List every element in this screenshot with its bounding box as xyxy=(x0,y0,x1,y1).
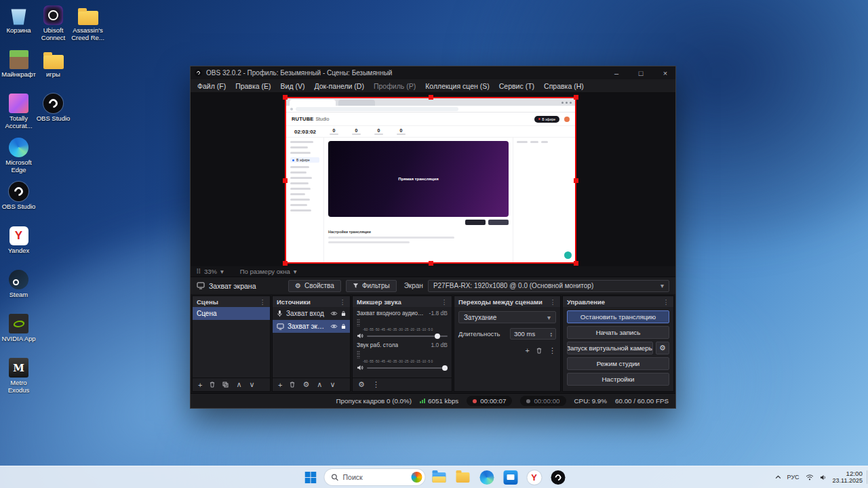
remove-scene-button[interactable] xyxy=(210,382,215,388)
desktop-icon-totally-accurate[interactable]: Totally Accurat... xyxy=(1,93,36,137)
speaker-icon[interactable] xyxy=(357,365,363,371)
source-item-audio[interactable]: Захват вход xyxy=(273,307,350,320)
visibility-icon[interactable] xyxy=(330,311,338,316)
taskbar-icon-obs[interactable] xyxy=(549,468,568,487)
screen-capture-region[interactable]: RUTUBE Studio В эфире 02:03:02 0 0 0 0 xyxy=(285,97,576,264)
zoom-level[interactable]: 33% xyxy=(204,268,217,275)
taskbar-clock[interactable]: 12:00 23.11.2025 xyxy=(833,470,863,485)
desktop-icon-microsoft-edge[interactable]: Microsoft Edge xyxy=(1,137,36,181)
remove-source-button[interactable] xyxy=(290,382,295,388)
scene-up-button[interactable]: ∧ xyxy=(236,380,241,389)
resize-handle[interactable] xyxy=(283,95,288,100)
desktop-icon-minecraft[interactable]: Майнкрафт xyxy=(1,49,36,93)
taskbar-icon-edge[interactable] xyxy=(477,468,496,487)
obs-menubar: Файл (F) Правка (E) Вид (V) Док-панели (… xyxy=(191,79,675,93)
lock-icon[interactable] xyxy=(341,310,346,317)
resize-handle[interactable] xyxy=(283,261,288,266)
resize-handle[interactable] xyxy=(574,95,578,100)
volume-slider[interactable] xyxy=(367,336,448,337)
desktop-icon-metro-exodus[interactable]: MMetro Exodus xyxy=(1,357,36,401)
resize-handle[interactable] xyxy=(283,178,288,183)
add-scene-button[interactable]: + xyxy=(198,381,202,389)
taskbar-icon-explorer[interactable] xyxy=(430,468,449,487)
filters-button[interactable]: Фильтры xyxy=(346,280,397,292)
scene-down-button[interactable]: ∨ xyxy=(250,380,255,389)
selected-source[interactable]: Захват экрана xyxy=(197,282,283,290)
desktop-icon-ubisoft-connect[interactable]: Ubisoft Connect xyxy=(36,5,71,49)
duration-spinner[interactable]: 300 ms ▴▾ xyxy=(510,328,556,340)
desktop-icon-yandex[interactable]: YYandex xyxy=(1,225,36,269)
menu-help[interactable]: Справка (H) xyxy=(539,82,589,90)
menu-profile[interactable]: Профиль (P) xyxy=(369,82,420,90)
volume-icon[interactable] xyxy=(820,474,827,481)
tray-chevron-up-icon[interactable] xyxy=(775,475,781,479)
desktop-icon-obs-studio-2[interactable]: OBS Studio xyxy=(1,181,36,225)
transition-menu-button[interactable]: ⋮ xyxy=(549,346,556,355)
desktop-icon-obs-studio[interactable]: OBS Studio xyxy=(36,93,71,137)
taskbar-icon-folder[interactable] xyxy=(454,468,473,487)
sources-dock-header[interactable]: Источники ⋮ xyxy=(273,296,350,307)
source-properties-button[interactable]: ⚙ xyxy=(302,380,309,389)
virtual-camera-button[interactable]: Запуск виртуальной камеры xyxy=(567,342,653,354)
source-down-button[interactable]: ∨ xyxy=(330,380,335,389)
start-recording-button[interactable]: Начать запись xyxy=(567,326,669,339)
preview-canvas[interactable]: RUTUBE Studio В эфире 02:03:02 0 0 0 0 xyxy=(191,93,675,277)
duplicate-scene-button[interactable] xyxy=(222,382,229,388)
remove-transition-button[interactable] xyxy=(536,346,542,355)
menu-file[interactable]: Файл (F) xyxy=(193,82,231,90)
add-source-button[interactable]: + xyxy=(278,381,282,389)
taskbar-icon-store[interactable] xyxy=(501,468,520,487)
start-button[interactable] xyxy=(301,468,320,487)
resize-handle[interactable] xyxy=(429,261,433,266)
controls-dock-header[interactable]: Управление ⋮ xyxy=(563,296,673,307)
language-indicator[interactable]: РУС xyxy=(787,474,800,481)
minimize-button[interactable]: – xyxy=(606,66,627,79)
mixer-dock-header[interactable]: Микшер звука ⋮ xyxy=(353,296,452,307)
desktop-icon-assassins-creed[interactable]: Assassin's Creed Re... xyxy=(71,5,105,49)
transition-select[interactable]: Затухание ▾ xyxy=(458,311,556,323)
desktop-icon-steam[interactable]: Steam xyxy=(1,269,36,313)
obs-titlebar[interactable]: OBS 32.0.2 - Профиль: Безымянный - Сцены… xyxy=(191,66,675,79)
studio-mode-button[interactable]: Режим студии xyxy=(567,357,669,370)
dock-menu-icon[interactable]: ⋮ xyxy=(340,298,347,306)
virtual-camera-settings-button[interactable]: ⚙ xyxy=(656,342,669,354)
visibility-icon[interactable] xyxy=(330,324,338,329)
source-item-display[interactable]: Захват экран xyxy=(273,320,350,333)
menu-view[interactable]: Вид (V) xyxy=(276,82,310,90)
dock-menu-icon[interactable]: ⋮ xyxy=(550,298,557,306)
menu-tools[interactable]: Сервис (T) xyxy=(494,82,539,90)
dock-menu-icon[interactable]: ⋮ xyxy=(663,298,670,306)
desktop-icon-nvidia-app[interactable]: NVIDIA App xyxy=(1,313,36,357)
speaker-icon[interactable] xyxy=(357,333,363,339)
desktop-icon-recycle-bin[interactable]: Корзина xyxy=(1,5,36,49)
properties-button[interactable]: ⚙ Свойства xyxy=(288,280,341,292)
resize-handle[interactable] xyxy=(429,95,433,100)
mixer-menu-button[interactable]: ⋮ xyxy=(372,380,380,389)
menu-docks[interactable]: Док-панели (D) xyxy=(309,82,368,90)
close-button[interactable]: × xyxy=(655,66,675,79)
maximize-button[interactable]: □ xyxy=(631,66,651,79)
settings-button[interactable]: Настройки xyxy=(567,373,669,386)
volume-knob[interactable] xyxy=(442,365,448,371)
scenes-dock-header[interactable]: Сцены ⋮ xyxy=(193,296,270,307)
menu-scene-collection[interactable]: Коллекция сцен (S) xyxy=(420,82,494,90)
source-up-button[interactable]: ∧ xyxy=(317,380,322,389)
taskbar-icon-yandex[interactable]: Y xyxy=(525,468,544,487)
dock-menu-icon[interactable]: ⋮ xyxy=(260,298,267,306)
add-transition-button[interactable]: + xyxy=(526,346,530,355)
taskbar-search[interactable]: Поиск xyxy=(325,469,425,485)
scene-item[interactable]: Сцена xyxy=(193,307,270,320)
spin-down-icon[interactable]: ▾ xyxy=(550,334,552,337)
lock-icon[interactable] xyxy=(341,323,346,329)
wifi-icon[interactable] xyxy=(806,474,814,481)
transitions-dock-header[interactable]: Переходы между сценами ⋮ xyxy=(454,296,560,307)
volume-slider[interactable] xyxy=(367,367,448,369)
stop-streaming-button[interactable]: Остановить трансляцию xyxy=(567,310,669,323)
dock-menu-icon[interactable]: ⋮ xyxy=(441,298,448,306)
menu-edit[interactable]: Правка (E) xyxy=(231,82,275,90)
screen-select[interactable]: P27FBA-RX: 1920x1080 @ 0.0 (Основной мон… xyxy=(428,280,669,292)
mixer-settings-button[interactable]: ⚙ xyxy=(358,380,365,389)
volume-knob[interactable] xyxy=(435,333,440,339)
fit-mode[interactable]: По размеру окна xyxy=(240,268,290,275)
desktop-icon-games-folder[interactable]: игры xyxy=(36,49,71,93)
